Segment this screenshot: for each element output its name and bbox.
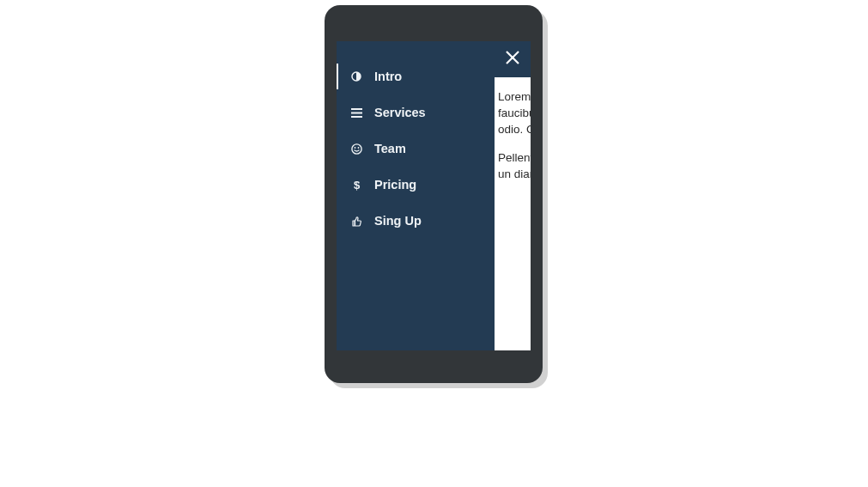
- nav-item-label: Pricing: [374, 178, 416, 192]
- content-paragraph: Lorem consect aliquan massa faucibu ultr…: [498, 89, 531, 138]
- nav-item-services[interactable]: Services: [337, 94, 495, 131]
- thumbs-up-icon: [350, 215, 362, 227]
- svg-point-4: [351, 143, 361, 153]
- nav-item-team[interactable]: Team: [337, 131, 495, 167]
- adjust-icon: [350, 70, 362, 82]
- nav-item-signup[interactable]: Sing Up: [337, 203, 495, 239]
- nav-item-label: Services: [374, 106, 426, 119]
- svg-point-5: [354, 147, 355, 149]
- content-area: Lorem consect aliquan massa faucibu ultr…: [498, 89, 531, 194]
- svg-text:$: $: [353, 179, 360, 191]
- nav-item-label: Intro: [374, 70, 402, 83]
- device-frame: Intro Services: [325, 5, 543, 383]
- close-button[interactable]: [495, 41, 531, 77]
- content-paragraph: Pellent Proin i mattis Nulla p quis un d…: [498, 150, 531, 183]
- nav-item-intro[interactable]: Intro: [337, 58, 495, 94]
- list-icon: [350, 107, 362, 119]
- dollar-icon: $: [350, 179, 362, 191]
- svg-rect-1: [351, 108, 362, 110]
- svg-point-6: [357, 147, 359, 149]
- smile-icon: [350, 143, 362, 155]
- svg-rect-2: [351, 112, 362, 113]
- nav-item-pricing[interactable]: $ Pricing: [337, 167, 495, 203]
- sidebar: Intro Services: [337, 41, 495, 350]
- nav-item-label: Sing Up: [374, 214, 422, 228]
- close-icon: [504, 49, 521, 70]
- nav-item-label: Team: [374, 142, 406, 155]
- screen: Intro Services: [337, 41, 531, 350]
- svg-rect-3: [351, 116, 362, 118]
